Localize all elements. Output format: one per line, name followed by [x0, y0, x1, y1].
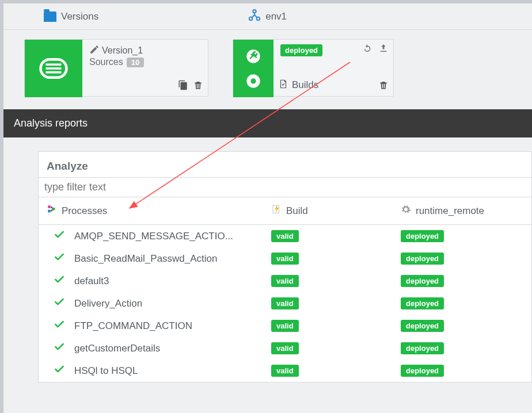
edit-icon[interactable] [89, 44, 100, 57]
refresh-icon[interactable] [362, 43, 373, 56]
process-name: default3 [74, 276, 109, 287]
server-icon [25, 40, 82, 97]
build-status: valid [271, 297, 299, 309]
cards-row: Version_1 Sources 10 [3, 30, 532, 97]
check-icon [54, 251, 65, 266]
build-status: valid [271, 320, 299, 332]
upload-icon[interactable] [378, 43, 389, 56]
build-status: valid [271, 342, 299, 354]
version-title: Version_1 [102, 45, 143, 56]
col-build[interactable]: Build [286, 205, 308, 217]
status-badge: deployed [280, 44, 322, 56]
copy-icon[interactable] [178, 80, 188, 93]
col-runtime[interactable]: runtime_remote [416, 205, 484, 217]
env-icon [248, 9, 261, 24]
process-name: HSQl to HSQL [74, 365, 138, 377]
runtime-status: deployed [401, 342, 444, 354]
build-status: valid [271, 253, 299, 265]
svg-rect-11 [48, 210, 51, 213]
trash-icon[interactable] [193, 80, 203, 93]
table-row[interactable]: getCustomerDetailsvaliddeployed [39, 337, 531, 360]
process-name: getCustomerDetails [74, 343, 160, 354]
build-status: valid [271, 365, 299, 377]
trash-icon[interactable] [378, 80, 389, 93]
check-icon [54, 341, 65, 355]
check-icon [54, 274, 65, 288]
runtime-status: deployed [401, 365, 444, 377]
col-processes[interactable]: Processes [62, 205, 107, 217]
build-icon [271, 204, 282, 217]
sources-label: Sources [89, 57, 123, 67]
runtime-status: deployed [401, 297, 444, 309]
table-row[interactable]: Basic_ReadMail_Passwd_Actionvaliddeploye… [39, 247, 531, 270]
tab-env1-label: env1 [265, 11, 287, 22]
filter-input[interactable] [39, 178, 531, 197]
folder-icon [44, 12, 56, 22]
runtime-status: deployed [401, 230, 444, 242]
svg-point-9 [250, 78, 256, 83]
svg-rect-12 [52, 208, 55, 211]
section-title: Analysis reports [14, 117, 88, 129]
table-row[interactable]: Delivery_Actionvaliddeployed [39, 292, 531, 315]
check-icon [54, 319, 65, 333]
build-status: valid [271, 275, 299, 287]
tab-versions-label: Versions [61, 11, 98, 22]
table-row[interactable]: default3validdeployed [39, 270, 531, 292]
runtime-status: deployed [401, 253, 444, 265]
tab-versions[interactable]: Versions [44, 11, 98, 22]
svg-point-0 [253, 10, 256, 13]
svg-rect-10 [48, 205, 51, 208]
runtime-status: deployed [401, 275, 444, 287]
version-card[interactable]: Version_1 Sources 10 [24, 39, 208, 97]
table-row[interactable]: AMQP_SEND_MESSAGE_ACTIO...validdeployed [39, 225, 531, 247]
check-icon [54, 296, 65, 311]
process-name: Basic_ReadMail_Passwd_Action [74, 253, 218, 265]
process-name: FTP_COMMAND_ACTION [74, 320, 192, 332]
build-status: valid [271, 230, 299, 242]
gear-icon [401, 204, 411, 217]
sources-count: 10 [127, 58, 144, 67]
analyze-title: Analyze [39, 152, 531, 177]
table-header: Processes Build runtime_remote [39, 197, 531, 225]
table-row[interactable]: HSQl to HSQLvaliddeployed [39, 360, 531, 382]
tools-icon [233, 40, 273, 97]
env-card[interactable]: deployed Builds [233, 39, 394, 97]
analyze-panel: Analyze Processes Build runtime_ [38, 151, 532, 383]
builds-label: Builds [292, 79, 318, 91]
table-row[interactable]: FTP_COMMAND_ACTIONvaliddeployed [39, 315, 531, 337]
processes-icon [47, 204, 57, 217]
runtime-status: deployed [401, 320, 444, 332]
section-header: Analysis reports [3, 109, 532, 137]
check-icon [54, 229, 65, 243]
check-icon [54, 364, 65, 378]
breadcrumb-tabs: Versions env1 [3, 3, 532, 30]
builds-icon [278, 79, 288, 91]
tab-env1[interactable]: env1 [248, 9, 287, 24]
process-name: Delivery_Action [74, 298, 142, 309]
process-name: AMQP_SEND_MESSAGE_ACTIO... [74, 231, 233, 242]
